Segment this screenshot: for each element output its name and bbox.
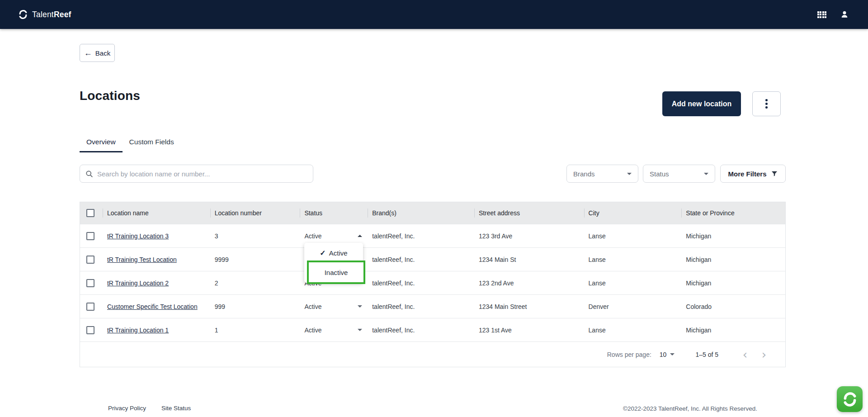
table-pagination: Rows per page: 10 1–5 of 5 ‹ › — [80, 341, 785, 367]
rows-per-page-select[interactable]: 10 — [660, 351, 675, 358]
street-value: 1234 Main St — [474, 256, 584, 263]
previous-page-button[interactable]: ‹ — [736, 349, 755, 360]
location-name-link[interactable]: tR Training Location 2 — [107, 280, 169, 287]
more-filters-label: More Filters — [728, 170, 766, 178]
location-name-link[interactable]: tR Training Location 3 — [107, 232, 169, 240]
more-filters-button[interactable]: More Filters — [720, 165, 786, 183]
rows-per-page-value: 10 — [660, 351, 667, 358]
chevron-down-icon — [704, 173, 708, 175]
status-option-active-label: Active — [329, 249, 348, 257]
status-option-inactive-label: Inactive — [325, 269, 348, 276]
row-status-select[interactable]: Active — [304, 327, 362, 334]
row-checkbox[interactable] — [86, 256, 94, 264]
table-row: tR Training Test Location 9999 Active ta… — [80, 247, 785, 271]
next-page-button[interactable]: › — [755, 349, 774, 360]
chevron-down-icon — [627, 173, 632, 175]
brands-filter-label: Brands — [573, 170, 595, 178]
tab-bar: Overview Custom Fields — [80, 133, 181, 152]
add-new-location-button[interactable]: Add new location — [662, 91, 741, 116]
status-option-inactive[interactable]: Inactive — [307, 261, 365, 284]
search-input[interactable] — [97, 170, 307, 178]
column-header-street-address: Street address — [474, 202, 584, 224]
column-header-location-name: Location name — [103, 202, 210, 224]
table-header-row: Location name Location number Status Bra… — [80, 202, 785, 224]
location-number: 9999 — [210, 256, 300, 263]
street-value: 123 3rd Ave — [474, 232, 584, 240]
location-number: 2 — [210, 280, 300, 287]
location-name-link[interactable]: Customer Specific Test Location — [107, 303, 198, 310]
rows-per-page-label: Rows per page: — [607, 351, 651, 358]
table-row: tR Training Location 3 3 Active talentRe… — [80, 224, 785, 247]
location-name-link[interactable]: tR Training Location 1 — [107, 327, 169, 334]
search-icon — [85, 170, 93, 178]
table-row: tR Training Location 1 1 Active talentRe… — [80, 318, 785, 341]
street-value: 123 2nd Ave — [474, 280, 584, 287]
status-option-active[interactable]: ✓ Active — [304, 243, 363, 263]
brand-value: talentReef, Inc. — [368, 256, 474, 263]
state-value: Michigan — [681, 280, 785, 287]
row-status-select[interactable]: Active — [304, 232, 362, 240]
status-filter-select[interactable]: Status — [643, 165, 715, 183]
site-status-link[interactable]: Site Status — [161, 405, 191, 412]
check-icon: ✓ — [320, 249, 326, 257]
row-checkbox[interactable] — [86, 326, 94, 334]
row-checkbox[interactable] — [86, 279, 94, 287]
row-checkbox[interactable] — [86, 303, 94, 311]
table-row: tR Training Location 2 2 Active talentRe… — [80, 271, 785, 294]
footer-links: Privacy Policy Site Status — [108, 405, 191, 412]
location-name-link[interactable]: tR Training Test Location — [107, 256, 177, 263]
search-box — [80, 165, 313, 183]
street-value: 123 1st Ave — [474, 327, 584, 334]
table-row: Customer Specific Test Location 999 Acti… — [80, 294, 785, 318]
chevron-down-icon — [358, 305, 362, 308]
status-value: Active — [304, 327, 321, 334]
column-header-location-number: Location number — [210, 202, 300, 224]
city-value: Lanse — [584, 280, 682, 287]
chevron-down-icon — [358, 329, 362, 331]
state-value: Michigan — [681, 232, 785, 240]
column-header-city: City — [584, 202, 682, 224]
privacy-policy-link[interactable]: Privacy Policy — [108, 405, 146, 412]
row-status-select[interactable]: Active — [304, 303, 362, 310]
tab-overview[interactable]: Overview — [80, 133, 123, 152]
user-account-icon[interactable] — [840, 10, 849, 19]
kebab-dot — [765, 103, 768, 105]
brand-value: talentReef, Inc. — [368, 232, 474, 240]
column-header-status: Status — [300, 202, 368, 224]
kebab-dot — [765, 99, 768, 101]
top-navbar: TalentReef — [0, 0, 868, 29]
talentreef-logo-icon — [18, 9, 28, 19]
state-value: Colorado — [681, 303, 785, 310]
chat-widget-button[interactable] — [837, 386, 863, 412]
city-value: Lanse — [584, 327, 682, 334]
street-value: 1234 Main Street — [474, 303, 584, 310]
state-value: Michigan — [681, 256, 785, 263]
back-button[interactable]: ← Back — [80, 44, 115, 62]
chevron-up-icon — [358, 235, 362, 237]
city-value: Denver — [584, 303, 682, 310]
city-value: Lanse — [584, 232, 682, 240]
brand-name: TalentReef — [32, 10, 71, 19]
more-actions-button[interactable] — [752, 91, 781, 116]
state-value: Michigan — [681, 327, 785, 334]
column-header-brands: Brand(s) — [368, 202, 474, 224]
brand-logo[interactable]: TalentReef — [18, 9, 71, 19]
row-checkbox[interactable] — [86, 232, 94, 240]
apps-grid-icon[interactable] — [817, 11, 827, 18]
tab-custom-fields[interactable]: Custom Fields — [123, 133, 181, 152]
column-header-state: State or Province — [681, 202, 785, 224]
brand-value: talentReef, Inc. — [368, 303, 474, 310]
back-button-label: Back — [95, 49, 110, 57]
location-number: 3 — [210, 232, 300, 240]
status-filter-label: Status — [650, 170, 669, 178]
pagination-range: 1–5 of 5 — [695, 351, 718, 358]
talentreef-chat-icon — [842, 392, 858, 407]
brands-filter-select[interactable]: Brands — [566, 165, 638, 183]
filter-funnel-icon — [771, 170, 778, 177]
select-all-checkbox[interactable] — [86, 209, 94, 217]
page-title: Locations — [80, 89, 140, 103]
back-arrow-icon: ← — [84, 49, 92, 57]
locations-table: Location name Location number Status Bra… — [80, 202, 786, 367]
brand-value: talentReef, Inc. — [368, 327, 474, 334]
location-number: 1 — [210, 327, 300, 334]
